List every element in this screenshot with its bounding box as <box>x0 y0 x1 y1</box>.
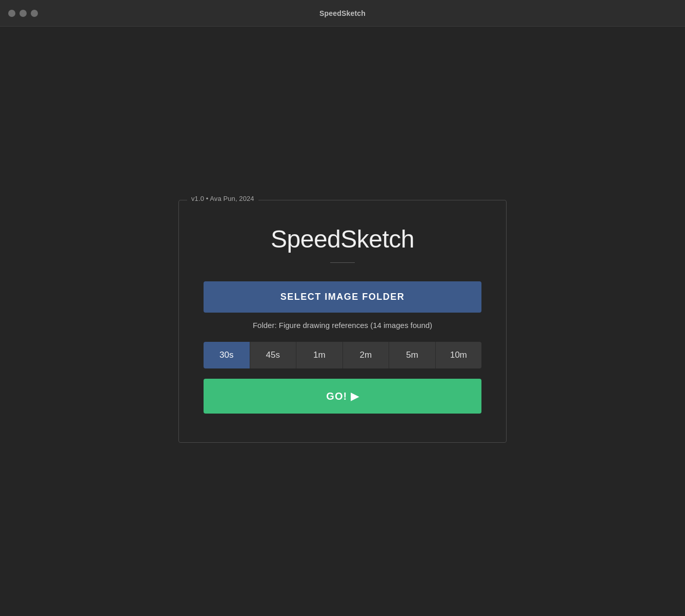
go-button[interactable]: GO! ▶ <box>204 379 481 414</box>
close-button[interactable] <box>8 10 15 17</box>
window-controls <box>8 10 38 17</box>
app-card: v1.0 • Ava Pun, 2024 SpeedSketch SELECT … <box>178 200 507 443</box>
minimize-button[interactable] <box>19 10 27 17</box>
time-btn-5m[interactable]: 5m <box>389 342 436 368</box>
time-btn-1m[interactable]: 1m <box>296 342 343 368</box>
folder-info-text: Folder: Figure drawing references (14 im… <box>204 321 481 330</box>
time-btn-2m[interactable]: 2m <box>343 342 390 368</box>
select-folder-button[interactable]: SELECT IMAGE FOLDER <box>204 281 481 313</box>
time-btn-30s[interactable]: 30s <box>204 342 250 368</box>
time-btn-45s[interactable]: 45s <box>250 342 297 368</box>
time-button-group: 30s 45s 1m 2m 5m 10m <box>204 342 481 368</box>
time-btn-10m[interactable]: 10m <box>436 342 482 368</box>
maximize-button[interactable] <box>31 10 38 17</box>
main-content: v1.0 • Ava Pun, 2024 SpeedSketch SELECT … <box>0 27 685 616</box>
version-label: v1.0 • Ava Pun, 2024 <box>187 195 258 202</box>
title-bar: SpeedSketch <box>0 0 685 27</box>
app-title: SpeedSketch <box>204 225 481 253</box>
title-divider <box>330 262 355 263</box>
window-title: SpeedSketch <box>319 9 366 17</box>
